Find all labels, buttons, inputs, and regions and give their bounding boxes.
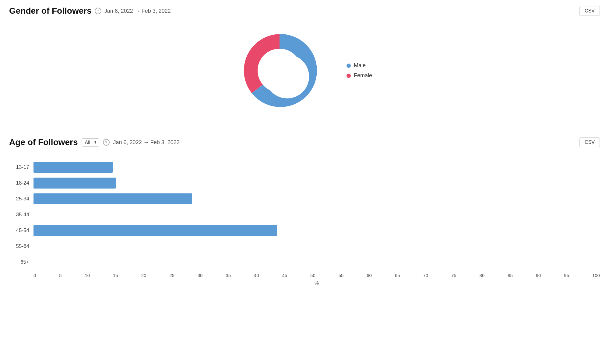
donut-chart-container: Male Female bbox=[9, 22, 600, 125]
bar-age-label: 35-44 bbox=[9, 212, 33, 218]
bar-row: 65+ bbox=[33, 254, 600, 270]
x-tick-label: 65 bbox=[395, 273, 400, 278]
bar-row: 45-54 bbox=[33, 223, 600, 238]
x-axis: 0510152025303540455055606570758085909510… bbox=[33, 270, 600, 286]
bar-row: 35-44 bbox=[33, 207, 600, 223]
legend-item-male: Male bbox=[347, 62, 372, 69]
age-help-icon[interactable]: ? bbox=[103, 139, 110, 146]
x-tick-label: 40 bbox=[254, 273, 259, 278]
bar-track bbox=[33, 209, 600, 220]
gender-help-icon[interactable]: ? bbox=[95, 8, 101, 14]
gender-header: Gender of Followers ? Jan 6, 2022 → Feb … bbox=[9, 6, 600, 16]
donut-hole bbox=[258, 49, 301, 92]
age-filter-select[interactable]: All bbox=[82, 138, 99, 147]
x-tick-label: 85 bbox=[508, 273, 513, 278]
gender-csv-button[interactable]: CSV bbox=[579, 6, 600, 16]
gender-section: Gender of Followers ? Jan 6, 2022 → Feb … bbox=[9, 6, 600, 125]
x-tick-label: 70 bbox=[423, 273, 428, 278]
x-tick-label: 50 bbox=[310, 273, 315, 278]
bar-row: 18-24 bbox=[33, 175, 600, 191]
age-title: Age of Followers bbox=[9, 137, 78, 147]
donut-chart bbox=[237, 28, 322, 113]
legend-item-female: Female bbox=[347, 72, 372, 79]
x-tick-label: 90 bbox=[536, 273, 541, 278]
x-tick-label: 100 bbox=[592, 273, 600, 278]
female-dot bbox=[347, 74, 351, 78]
x-tick-label: 35 bbox=[226, 273, 231, 278]
male-label: Male bbox=[354, 62, 366, 69]
bar-track bbox=[33, 257, 600, 268]
gender-legend: Male Female bbox=[347, 62, 372, 79]
bar-fill bbox=[33, 178, 116, 189]
bar-age-label: 18-24 bbox=[9, 180, 33, 186]
x-tick-label: 75 bbox=[451, 273, 456, 278]
donut-svg bbox=[237, 28, 322, 113]
bar-chart: 13-1718-2425-3435-4445-5455-6465+ bbox=[33, 159, 600, 270]
x-tick-label: 25 bbox=[169, 273, 174, 278]
x-tick-label: 10 bbox=[85, 273, 90, 278]
x-ticks: 0510152025303540455055606570758085909510… bbox=[33, 273, 600, 278]
x-tick-label: 95 bbox=[564, 273, 569, 278]
x-tick-label: 60 bbox=[367, 273, 372, 278]
female-label: Female bbox=[354, 72, 372, 79]
x-tick-label: 0 bbox=[33, 273, 36, 278]
x-axis-label: % bbox=[33, 280, 600, 286]
bar-age-label: 25-34 bbox=[9, 196, 33, 202]
age-header: Age of Followers All ? Jan 6, 2022 → Feb… bbox=[9, 137, 600, 147]
x-tick-label: 15 bbox=[113, 273, 118, 278]
x-tick-label: 80 bbox=[480, 273, 485, 278]
bar-age-label: 45-54 bbox=[9, 227, 33, 234]
bar-fill bbox=[33, 162, 113, 173]
x-tick-label: 20 bbox=[141, 273, 146, 278]
x-tick-label: 30 bbox=[198, 273, 203, 278]
x-tick-label: 45 bbox=[282, 273, 287, 278]
bar-age-label: 65+ bbox=[9, 259, 33, 265]
bar-chart-container: 13-1718-2425-3435-4445-5455-6465+ 051015… bbox=[9, 156, 600, 304]
bar-age-label: 55-64 bbox=[9, 243, 33, 249]
bar-age-label: 13-17 bbox=[9, 164, 33, 170]
gender-title: Gender of Followers bbox=[9, 6, 92, 16]
x-tick-label: 55 bbox=[339, 273, 344, 278]
male-dot bbox=[347, 64, 351, 68]
age-csv-button[interactable]: CSV bbox=[579, 137, 600, 147]
bar-fill bbox=[33, 225, 277, 236]
bar-track bbox=[33, 178, 600, 189]
bar-track bbox=[33, 193, 600, 204]
age-date-range: Jan 6, 2022 → Feb 3, 2022 bbox=[113, 139, 180, 146]
bar-track bbox=[33, 162, 600, 173]
bar-track bbox=[33, 241, 600, 252]
x-tick-label: 5 bbox=[59, 273, 62, 278]
gender-date-range: Jan 6, 2022 → Feb 3, 2022 bbox=[104, 8, 171, 14]
bar-row: 13-17 bbox=[33, 159, 600, 175]
bar-row: 25-34 bbox=[33, 191, 600, 207]
age-filter-wrapper[interactable]: All bbox=[82, 138, 99, 147]
bar-row: 55-64 bbox=[33, 238, 600, 254]
bar-track bbox=[33, 225, 600, 236]
age-section: Age of Followers All ? Jan 6, 2022 → Feb… bbox=[9, 137, 600, 304]
bar-fill bbox=[33, 193, 192, 204]
